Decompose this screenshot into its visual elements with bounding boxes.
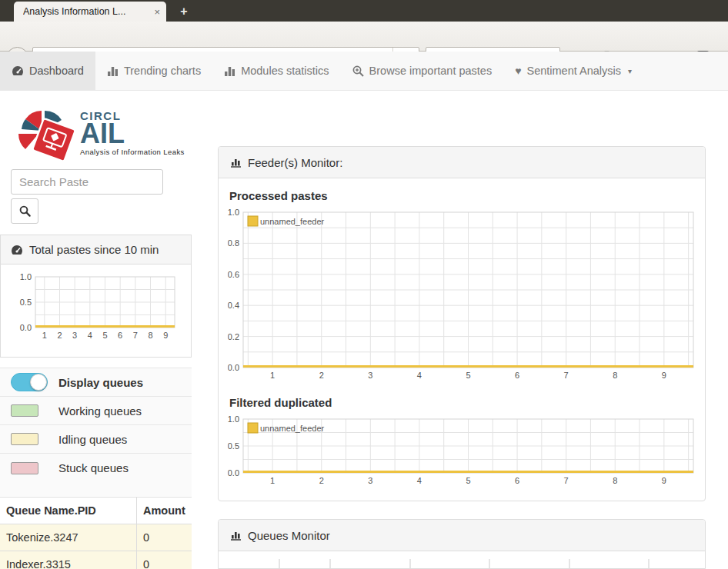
svg-text:9: 9 (163, 331, 168, 340)
search-paste-input[interactable] (11, 169, 163, 195)
svg-text:4: 4 (417, 476, 422, 485)
svg-text:0.5: 0.5 (228, 441, 239, 451)
table-row: Tokenize.3247 0 (0, 524, 192, 551)
nav-item-browse-important-pastes[interactable]: Browse important pastes (341, 52, 504, 90)
display-queues-toggle[interactable] (11, 373, 48, 391)
queue-name: Tokenize.3247 (0, 524, 136, 551)
svg-text:0.4: 0.4 (228, 301, 239, 310)
svg-text:1: 1 (270, 476, 275, 485)
svg-text:0.6: 0.6 (228, 270, 239, 279)
queues-monitor-chart-top (228, 551, 697, 569)
legend-row-working: Working queues (0, 397, 192, 425)
logo-product: AIL (80, 122, 185, 145)
svg-text:7: 7 (564, 371, 569, 380)
nav-label: Trending charts (124, 65, 201, 77)
svg-text:1.0: 1.0 (228, 414, 239, 424)
panel-title: Queues Monitor (248, 529, 330, 542)
svg-text:3: 3 (72, 331, 77, 340)
svg-text:0.0: 0.0 (228, 363, 239, 372)
browser-tab[interactable]: Analysis Information L... × (14, 2, 166, 22)
search-paste-button[interactable] (11, 198, 38, 224)
svg-text:2: 2 (319, 371, 324, 380)
svg-text:0.5: 0.5 (20, 298, 32, 307)
ail-logo-mark (18, 108, 77, 161)
nav-label: Sentiment Analysis (526, 65, 621, 77)
bar-chart-icon (107, 65, 119, 76)
svg-text:2: 2 (319, 476, 324, 485)
nav-item-trending-charts[interactable]: Trending charts (95, 52, 212, 90)
search-icon (19, 205, 31, 217)
svg-text:unnamed_feeder: unnamed_feeder (260, 424, 325, 433)
svg-text:0.0: 0.0 (228, 468, 239, 477)
nav-label: Dashboard (29, 65, 84, 77)
svg-text:8: 8 (613, 476, 617, 485)
svg-text:9: 9 (662, 476, 666, 485)
nav-item-dashboard[interactable]: Dashboard (0, 52, 95, 90)
legend-label: Idling queues (58, 433, 127, 446)
svg-text:8: 8 (148, 331, 152, 340)
chart-icon (230, 157, 242, 168)
chart-icon (230, 530, 242, 541)
working-queues-swatch (11, 404, 38, 417)
chart-title: Processed pastes (229, 189, 696, 202)
ail-logo[interactable]: CIRCL AIL Analysis of Information Leaks (18, 108, 185, 161)
chart-title: Filtered duplicated (229, 396, 696, 409)
app-navbar: Dashboard Trending charts Modules statis… (0, 52, 728, 91)
svg-text:3: 3 (368, 371, 372, 380)
svg-text:9: 9 (662, 371, 666, 380)
feeder-monitor-header: Feeder(s) Monitor: (219, 147, 705, 178)
legend-row-stuck: Stuck queues (0, 454, 192, 482)
nav-label: Browse important pastes (369, 65, 493, 77)
svg-text:1.0: 1.0 (20, 272, 32, 281)
queue-table: Queue Name.PID Amount Tokenize.3247 0 In… (0, 497, 192, 569)
panel-title: Feeder(s) Monitor: (248, 156, 342, 169)
processed-pastes-chart: unnamed_feeder1234567890.00.20.40.60.81.… (228, 207, 696, 384)
total-pastes-panel: Total pastes since 10 min 1234567890.00.… (0, 235, 192, 358)
queue-table-header: Queue Name.PID Amount (0, 497, 192, 524)
svg-text:0.0: 0.0 (20, 323, 32, 332)
queues-monitor-panel: Queues Monitor (218, 519, 706, 569)
svg-text:3: 3 (368, 476, 372, 485)
browser-tab-bar: Analysis Information L... × + (0, 0, 728, 22)
queues-monitor-header: Queues Monitor (219, 520, 705, 551)
nav-label: Modules statistics (241, 65, 329, 77)
svg-text:5: 5 (466, 371, 470, 380)
svg-text:1.0: 1.0 (228, 208, 239, 217)
svg-text:7: 7 (133, 331, 138, 340)
svg-text:4: 4 (417, 371, 422, 380)
browser-toolbar: i 127.0.0.1 :7000 ☆ (0, 22, 728, 52)
ail-logo-text: CIRCL AIL Analysis of Information Leaks (80, 108, 185, 161)
feeder-monitor-panel: Feeder(s) Monitor: Processed pastes unna… (218, 146, 706, 501)
panel-title: Total pastes since 10 min (29, 243, 159, 256)
idling-queues-swatch (11, 433, 38, 445)
heart-icon: ♥ (515, 65, 521, 77)
column-header: Amount (136, 497, 192, 524)
svg-text:0.2: 0.2 (228, 332, 239, 341)
display-queues-label: Display queues (58, 376, 143, 389)
stuck-queues-swatch (11, 462, 38, 474)
nav-item-sentiment-analysis[interactable]: ♥ Sentiment Analysis ▾ (503, 52, 643, 90)
dashboard-gauge-icon (11, 245, 23, 255)
toggle-knob (30, 374, 47, 391)
queue-name: Indexer.3315 (0, 551, 136, 569)
total-pastes-panel-header: Total pastes since 10 min (1, 235, 191, 265)
legend-label: Stuck queues (58, 461, 129, 474)
filtered-duplicated-chart: unnamed_feeder1234567890.00.51.0 (228, 414, 696, 491)
close-icon[interactable]: × (154, 6, 160, 18)
plus-icon: + (180, 5, 187, 18)
svg-text:6: 6 (118, 331, 122, 340)
svg-text:5: 5 (466, 476, 470, 485)
svg-text:6: 6 (515, 476, 519, 485)
logo-tagline: Analysis of Information Leaks (80, 148, 185, 156)
dashboard-gauge-icon (12, 65, 24, 76)
nav-item-modules-statistics[interactable]: Modules statistics (212, 52, 340, 90)
sidebar: CIRCL AIL Analysis of Information Leaks … (0, 91, 192, 569)
svg-text:5: 5 (102, 331, 107, 340)
queues-legend-block: Display queues Working queues Idling que… (0, 368, 192, 496)
table-row: Indexer.3315 0 (0, 551, 192, 569)
new-tab-button[interactable]: + (172, 4, 195, 20)
svg-text:2: 2 (57, 331, 62, 340)
svg-text:1: 1 (42, 331, 47, 340)
tab-title: Analysis Information L... (23, 6, 149, 17)
legend-row-idling: Idling queues (0, 425, 192, 454)
